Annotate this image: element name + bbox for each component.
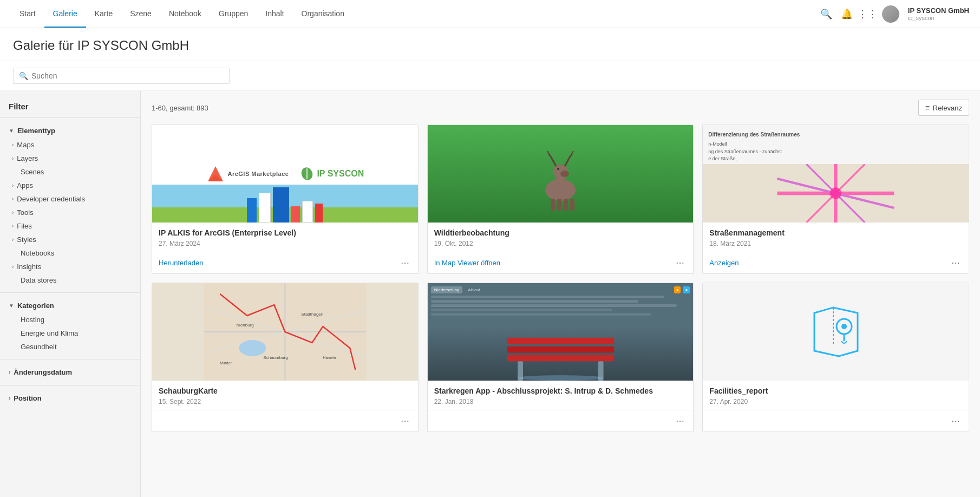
position-header[interactable]: › Position: [0, 391, 140, 406]
page-header: Galerie für IP SYSCON GmbH: [0, 28, 980, 61]
sort-button[interactable]: ≡ Relevanz: [918, 100, 969, 116]
files-chevron-icon: ›: [12, 223, 14, 229]
card-date-2: 19. Okt. 2012: [434, 240, 687, 247]
nav-right: 🔍 🔔 ⋮⋮ IP SYSCON GmbH ip_syscon: [820, 5, 969, 23]
card-actions-6: ⋯: [703, 410, 969, 431]
avatar-image: [882, 5, 899, 23]
nav-link-karte[interactable]: Karte: [86, 1, 121, 28]
nav-link-szene[interactable]: Szene: [121, 1, 160, 28]
app-tab-1: Niederschlag: [431, 286, 463, 293]
card-more-btn-1[interactable]: ⋯: [398, 257, 411, 269]
card-more-btn-5[interactable]: ⋯: [674, 415, 687, 427]
filter-gesundheit[interactable]: Gesundheit: [0, 340, 140, 354]
filter-tools[interactable]: › Tools: [0, 206, 140, 219]
aenderungsdatum-chevron-icon: ›: [9, 369, 10, 375]
card-more-btn-2[interactable]: ⋯: [674, 257, 687, 269]
gallery-card[interactable]: ArcGIS Marketplace IP SYSCON: [152, 125, 419, 274]
filter-scenes[interactable]: Scenes: [0, 165, 140, 179]
filter-data-stores[interactable]: Data stores: [0, 273, 140, 287]
card-thumbnail-2: [428, 125, 694, 223]
card-more-btn-4[interactable]: ⋯: [398, 415, 411, 427]
filter-layers[interactable]: › Layers: [0, 152, 140, 165]
filter-styles[interactable]: › Styles: [0, 233, 140, 246]
card-action-btn-1[interactable]: Herunterladen: [159, 259, 203, 267]
gallery-card[interactable]: Facilities_report 27. Apr. 2020 ⋯: [702, 283, 969, 432]
tools-chevron-icon: ›: [12, 210, 14, 215]
nav-link-gruppen[interactable]: Gruppen: [210, 1, 257, 28]
filter-maps[interactable]: › Maps: [0, 138, 140, 152]
ip-syscon-leaf-icon: [299, 166, 315, 181]
card-actions-3: Anzeigen ⋯: [703, 252, 969, 273]
nav-link-notebook[interactable]: Notebook: [160, 1, 210, 28]
gallery-card[interactable]: Niederschlag Ablauf ● ●: [427, 283, 694, 432]
filter-section-kategorien: ▼ Kategorien Hosting Energie und Klima G…: [0, 292, 140, 359]
filter-files[interactable]: › Files: [0, 219, 140, 233]
card-more-btn-6[interactable]: ⋯: [949, 415, 962, 427]
content-toolbar: 1-60, gesamt: 893 ≡ Relevanz: [152, 100, 969, 116]
gallery-card[interactable]: Nienburg Stadthagen Schaumburg Hameln Mi…: [152, 283, 419, 432]
svg-line-9: [551, 156, 556, 166]
card-action-btn-2[interactable]: In Map Viewer öffnen: [434, 259, 500, 267]
nav-link-inhalt[interactable]: Inhalt: [257, 1, 292, 28]
filter-layers-label: Layers: [17, 154, 38, 162]
content-area: 1-60, gesamt: 893 ≡ Relevanz: [141, 91, 980, 497]
search-input[interactable]: [31, 71, 224, 80]
gallery-card[interactable]: Wildtierbeobachtung 19. Okt. 2012 In Map…: [427, 125, 694, 274]
apps-chevron-icon: ›: [12, 182, 14, 188]
bench-area: [428, 327, 694, 381]
road-doc-line1: n-Modell: [708, 141, 963, 148]
nav-link-galerie[interactable]: Galerie: [44, 1, 86, 28]
filter-energie-und-klima[interactable]: Energie und Klima: [0, 326, 140, 340]
card-more-btn-3[interactable]: ⋯: [949, 257, 962, 269]
nav-link-start[interactable]: Start: [11, 1, 44, 28]
filter-hosting-label: Hosting: [21, 316, 44, 324]
aenderungsdatum-label: Änderungsdatum: [14, 368, 72, 376]
sort-label: Relevanz: [933, 104, 962, 112]
search-bar: 🔍: [13, 68, 230, 84]
filter-developer-credentials[interactable]: › Developer credentials: [0, 192, 140, 206]
search-icon[interactable]: 🔍: [820, 8, 832, 20]
filter-insights-label: Insights: [17, 263, 41, 271]
gallery-grid: ArcGIS Marketplace IP SYSCON: [152, 125, 969, 432]
svg-rect-38: [507, 346, 614, 353]
svg-text:Nienburg: Nienburg: [236, 323, 253, 328]
nav-link-organisation[interactable]: Organisation: [293, 1, 353, 28]
ip-syscon-logo: IP SYSCON: [299, 166, 364, 181]
road-doc: Differenzierung des Straßenraumes n-Mode…: [703, 125, 969, 164]
aenderungsdatum-header[interactable]: › Änderungsdatum: [0, 365, 140, 380]
card-date-5: 22. Jan. 2018: [434, 398, 687, 406]
app-line: [431, 296, 664, 298]
page-title: Galerie für IP SYSCON GmbH: [13, 38, 967, 53]
apps-grid-icon[interactable]: ⋮⋮: [861, 8, 873, 20]
filter-apps[interactable]: › Apps: [0, 179, 140, 192]
notification-icon[interactable]: 🔔: [841, 8, 853, 20]
filter-section-elementtyp: ▼ Elementtyp › Maps › Layers Scenes › Ap…: [0, 117, 140, 292]
road-map-svg: [703, 164, 969, 223]
app-top-bar: Niederschlag Ablauf ● ●: [431, 286, 690, 293]
svg-point-7: [560, 171, 569, 177]
filter-notebooks[interactable]: Notebooks: [0, 246, 140, 260]
road-doc-title: Differenzierung des Straßenraumes: [708, 130, 963, 139]
position-label: Position: [14, 394, 41, 402]
building-2: [259, 193, 271, 223]
styles-chevron-icon: ›: [12, 237, 14, 243]
filter-insights[interactable]: › Insights: [0, 260, 140, 273]
insights-chevron-icon: ›: [12, 264, 14, 270]
svg-point-45: [841, 324, 847, 329]
avatar[interactable]: [882, 5, 899, 23]
card-thumbnail-1: ArcGIS Marketplace IP SYSCON: [152, 125, 418, 223]
result-count: 1-60, gesamt: 893: [152, 104, 208, 112]
gallery-card[interactable]: Differenzierung des Straßenraumes n-Mode…: [702, 125, 969, 274]
card-info-2: Wildtierbeobachtung 19. Okt. 2012: [428, 223, 694, 247]
kategorien-header[interactable]: ▼ Kategorien: [0, 298, 140, 313]
sidebar: Filter ▼ Elementtyp › Maps › Layers Scen…: [0, 91, 141, 497]
filter-hosting[interactable]: Hosting: [0, 313, 140, 326]
filter-data-stores-label: Data stores: [21, 276, 56, 284]
card-action-btn-3[interactable]: Anzeigen: [709, 259, 739, 267]
chevron-down-icon: ▼: [9, 128, 14, 134]
position-chevron-icon: ›: [9, 395, 10, 401]
svg-text:Minden: Minden: [220, 361, 232, 365]
building-6: [315, 204, 323, 223]
layers-chevron-icon: ›: [12, 155, 14, 161]
elementtyp-header[interactable]: ▼ Elementtyp: [0, 123, 140, 138]
